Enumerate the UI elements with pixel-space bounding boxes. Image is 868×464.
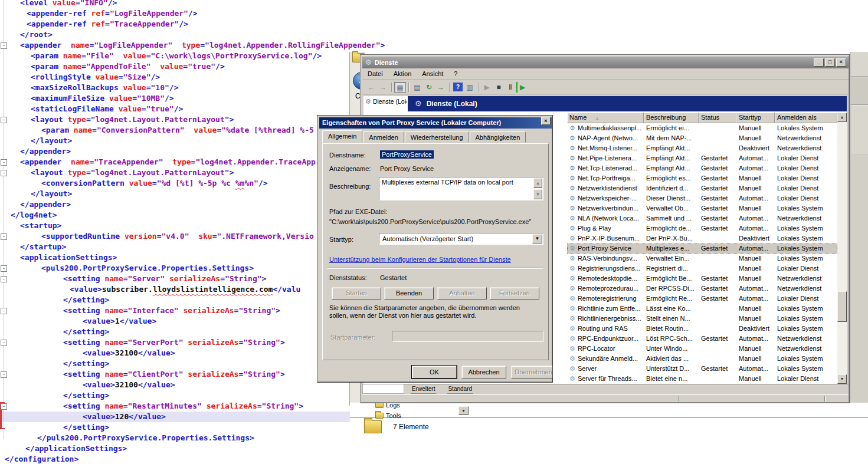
services-titlebar[interactable]: ⚙Dienste _□× bbox=[362, 57, 849, 68]
service-row[interactable]: ⚙Port Proxy ServiceMultiplexes e...Gesta… bbox=[567, 243, 837, 254]
service-row[interactable]: ⚙ServerUnterstützt D...GestartetAutomat.… bbox=[567, 364, 837, 374]
close-icon[interactable]: × bbox=[541, 117, 551, 125]
refresh-icon[interactable]: ↻ bbox=[423, 82, 435, 93]
service-row[interactable]: ⚙Plug & PlayErmöglicht de...GestartetAut… bbox=[567, 223, 837, 233]
start-service-icon[interactable]: ▶ bbox=[481, 82, 493, 93]
fold-marker-icon[interactable]: - bbox=[1, 340, 7, 346]
ok-button[interactable]: OK bbox=[412, 366, 457, 379]
column-header-name[interactable]: Name▲ bbox=[567, 113, 644, 123]
service-row[interactable]: ⚙NLA (Network Loca...Sammelt und ...Gest… bbox=[567, 213, 837, 223]
service-row[interactable]: ⚙Server für Threads...Bietet eine n...Ma… bbox=[567, 374, 837, 384]
service-row[interactable]: ⚙Sekundäre Anmeld...Aktiviert das ...Man… bbox=[567, 354, 837, 364]
window-title: Dienste bbox=[375, 59, 398, 66]
service-row[interactable]: ⚙RemoteregistrierungErmöglicht Re...Gest… bbox=[567, 294, 837, 304]
scroll-down-icon[interactable]: ▼ bbox=[837, 374, 847, 384]
service-row[interactable]: ⚙NAP-Agent (Netwo...Mit dem NAP-...Manue… bbox=[567, 133, 837, 143]
column-header-status[interactable]: Status bbox=[699, 113, 736, 123]
service-row[interactable]: ⚙RPC-LocatorUnter Windo...ManuellNetzwer… bbox=[567, 344, 837, 354]
dialog-titlebar[interactable]: Eigenschaften von Port Proxy Service (Lo… bbox=[319, 117, 552, 129]
fold-marker-icon[interactable]: - bbox=[1, 308, 7, 314]
folder-item[interactable]: Tools bbox=[375, 412, 401, 422]
service-name-cell: ⚙Net.Pipe-Listenera... bbox=[567, 153, 644, 163]
fold-marker-icon[interactable]: - bbox=[1, 233, 7, 240]
fold-marker-icon[interactable]: - bbox=[1, 265, 7, 272]
scroll-up-icon[interactable]: ▲ bbox=[837, 113, 847, 122]
service-row[interactable]: ⚙RPC-Endpunktzuor...Löst RPC-Sch...Gesta… bbox=[567, 334, 837, 344]
tab-wiederherstellung[interactable]: Wiederherstellung bbox=[405, 131, 469, 143]
service-logon-cell: Lokaler Dienst bbox=[775, 153, 837, 163]
tab-abhngigkeiten[interactable]: Abhängigkeiten bbox=[470, 131, 526, 143]
service-row[interactable]: ⚙RAS-Verbindungsv...Verwaltet Ein...Manu… bbox=[567, 254, 837, 264]
scroll-up-icon[interactable]: ▲ bbox=[533, 178, 542, 188]
service-row[interactable]: ⚙Multimediaklassenpl...Ermöglicht ei...M… bbox=[567, 123, 837, 133]
service-row[interactable]: ⚙PnP-X-IP-Busenum...Der PnP-X-Bu...Deakt… bbox=[567, 233, 837, 243]
stop-service-icon[interactable]: ■ bbox=[493, 82, 505, 93]
service-logon-cell: Netzwerkdienst bbox=[775, 284, 837, 294]
fold-marker-icon[interactable]: - bbox=[1, 117, 7, 123]
menu-item[interactable]: ? bbox=[448, 70, 463, 77]
service-row[interactable]: ⚙Remotedesktopdie...Ermöglicht Be...Gest… bbox=[567, 274, 837, 284]
services-gear-icon: ⚙ bbox=[365, 58, 372, 67]
startup-type-select[interactable]: Automatisch (Verzögerter Start) ▼ bbox=[379, 233, 543, 245]
service-logon-cell: Lokaler Dienst bbox=[775, 163, 837, 173]
description-box[interactable]: Multiplexes external TCP/IP data on loca… bbox=[379, 177, 543, 200]
startup-options-help-link[interactable]: Unterstützung beim Konfigurieren der Sta… bbox=[329, 256, 511, 263]
maximize-button[interactable]: □ bbox=[825, 58, 835, 67]
gear-icon: ⚙ bbox=[569, 233, 575, 243]
service-row[interactable]: ⚙Richtlinie zum Entfe...Lässt eine Ko...… bbox=[567, 304, 837, 314]
service-row[interactable]: ⚙Net.Tcp-Portfreiga...Ermöglicht es...Ge… bbox=[567, 173, 837, 183]
forward-icon[interactable]: → bbox=[377, 82, 389, 93]
show-tree-icon[interactable]: ▥ bbox=[464, 82, 476, 93]
chevron-down-icon[interactable]: ▼ bbox=[532, 234, 542, 243]
service-row[interactable]: ⚙Registrierungsdiens...Registriert di...… bbox=[567, 264, 837, 274]
service-name-value[interactable]: PortProxyService bbox=[380, 150, 434, 159]
service-row[interactable]: ⚙Remoteprozedurau...Der RPCSS-Di...Gesta… bbox=[567, 284, 837, 294]
fold-marker-icon[interactable]: - bbox=[1, 159, 7, 166]
code-line: </root> bbox=[0, 29, 868, 40]
chevron-down-icon[interactable]: ▼ bbox=[458, 406, 469, 415]
help-icon[interactable]: ? bbox=[453, 83, 463, 91]
scroll-down-icon[interactable]: ▼ bbox=[533, 189, 542, 199]
pause-service-icon[interactable]: Ⅱ bbox=[505, 82, 516, 93]
view-tab-erweitert[interactable]: Erweitert bbox=[406, 384, 441, 394]
service-status-cell: Gestartet bbox=[699, 153, 736, 163]
close-button[interactable]: × bbox=[836, 58, 846, 67]
view-tab-standard[interactable]: Standard bbox=[442, 384, 478, 394]
service-row[interactable]: ⚙Richtlinienergebniss...Stellt einen N..… bbox=[567, 314, 837, 324]
menu-item[interactable]: Datei bbox=[362, 70, 388, 77]
show-window-icon[interactable]: ▦ bbox=[394, 82, 406, 93]
service-start-cell: Automat... bbox=[736, 223, 775, 233]
statusbar-divider bbox=[824, 396, 826, 402]
resume-service-icon[interactable]: ▶ bbox=[516, 82, 527, 93]
service-row[interactable]: ⚙Net.Pipe-Listenera...Empfängt Akt...Ges… bbox=[567, 153, 837, 163]
column-header-beschreibung[interactable]: Beschreibung bbox=[644, 113, 699, 123]
tree-item-dienste-lokal[interactable]: ⚙Dienste (Lokal) bbox=[365, 98, 407, 107]
service-desc-cell: Multiplexes e... bbox=[644, 243, 699, 254]
scrollbar-thumb[interactable] bbox=[837, 291, 847, 322]
back-icon[interactable]: ← bbox=[365, 82, 377, 93]
scrollbar[interactable]: ▲ ▼ bbox=[837, 113, 847, 384]
cancel-button[interactable]: Abbrechen bbox=[461, 366, 506, 379]
fold-marker-icon[interactable]: - bbox=[1, 403, 7, 410]
properties-icon[interactable]: ▤ bbox=[411, 82, 423, 93]
tab-allgemein[interactable]: Allgemein bbox=[322, 130, 362, 143]
service-row[interactable]: ⚙Net.Tcp-Listenerad...Empfängt Akt...Ges… bbox=[567, 163, 837, 173]
service-row[interactable]: ⚙Net.Msmq-Listener...Empfängt Akt...Deak… bbox=[567, 143, 837, 153]
menu-item[interactable]: Aktion bbox=[388, 70, 417, 77]
service-row[interactable]: ⚙NetzwerklistendienstIdentifiziert d...G… bbox=[567, 183, 837, 193]
service-row[interactable]: ⚙Netzwerkverbindun...Verwaltet Ob...Gest… bbox=[567, 203, 837, 213]
export-list-icon[interactable]: → bbox=[435, 82, 447, 93]
column-header-anmeldenals[interactable]: Anmelden als bbox=[775, 113, 837, 123]
menu-item[interactable]: Ansicht bbox=[417, 70, 448, 77]
minimize-button[interactable]: _ bbox=[814, 58, 824, 67]
fold-marker-icon[interactable]: - bbox=[1, 276, 7, 282]
service-row[interactable]: ⚙Routing und RASBietet Routin...Deaktivi… bbox=[567, 324, 837, 334]
toolbar-separator bbox=[449, 83, 450, 92]
column-header-starttyp[interactable]: Starttyp bbox=[736, 113, 775, 123]
tab-anmelden[interactable]: Anmelden bbox=[363, 131, 404, 143]
stop-button[interactable]: Beenden bbox=[384, 287, 434, 300]
fold-marker-icon[interactable]: - bbox=[1, 371, 7, 378]
fold-marker-icon[interactable]: - bbox=[1, 170, 7, 176]
fold-marker-icon[interactable]: - bbox=[1, 42, 7, 49]
service-row[interactable]: ⚙Netzwerkspeicher-...Dieser Dienst...Ges… bbox=[567, 193, 837, 203]
